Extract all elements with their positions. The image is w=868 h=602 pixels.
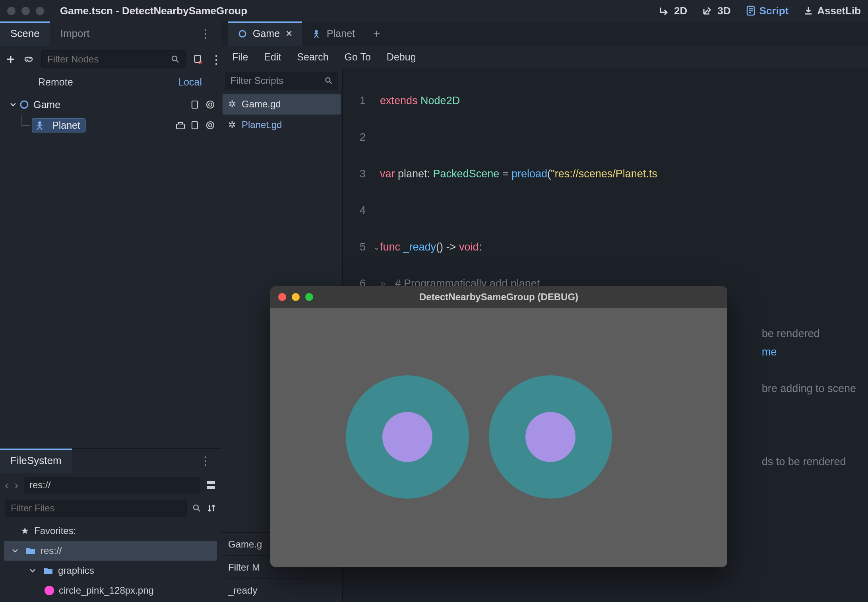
planet-sprite [346,375,469,499]
fs-favorites[interactable]: ★ Favorites: [4,521,217,541]
fold-icon[interactable]: ⌄ [373,238,380,256]
node2d-icon [238,29,247,39]
filesystem-path[interactable]: res:// [24,477,200,493]
instance-scene-icon[interactable] [176,121,185,130]
chevron-down-icon[interactable] [29,567,38,574]
svg-rect-3 [192,101,198,108]
filesystem-tree: ★ Favorites: res:// [0,519,221,602]
folder-icon [43,566,53,575]
dock-menu-icon[interactable]: ⋮ [194,454,217,468]
game-window-titlebar[interactable]: DetectNearbySameGroup (DEBUG) [270,286,727,308]
filesystem-filterbar [0,497,221,519]
menu-debug[interactable]: Debug [387,51,416,63]
window-controls [7,7,44,15]
scene-local[interactable]: Local [178,76,202,88]
star-icon: ★ [21,525,29,536]
script-icon [746,6,756,16]
planet-sprite [489,375,612,499]
traffic-max[interactable] [36,7,44,15]
workspace-3d[interactable]: 3D [702,5,730,17]
gear-icon: ✲ [228,99,236,110]
svg-point-16 [326,78,330,82]
svg-point-4 [209,103,212,106]
svg-point-13 [194,505,198,510]
script-open-icon[interactable] [191,100,200,109]
scene-toolbar: ⋮ [0,46,221,72]
script-menubar: File Edit Search Go To Debug [221,46,868,68]
title-bar: Game.tscn - DetectNearbySameGroup 2D 3D … [0,0,868,21]
workspace-assetlib[interactable]: AssetLib [804,5,861,17]
workspace-tabs: 2D 3D Script AssetLib [659,5,861,17]
search-icon [192,504,201,513]
gear-icon: ✲ [228,119,236,130]
workspace-script[interactable]: Script [746,5,789,17]
filter-nodes-field[interactable] [47,54,166,65]
menu-edit[interactable]: Edit [264,51,281,63]
sort-icon[interactable] [207,503,216,513]
fs-graphics-folder[interactable]: graphics [4,561,217,581]
visibility-icon[interactable] [205,100,215,109]
game-viewport [270,308,727,567]
svg-rect-11 [207,481,215,484]
filter-scripts-input[interactable]: Filter Scripts [225,72,338,90]
filesystem-pathbar: ‹ › res:// [0,473,221,497]
svg-rect-7 [176,124,184,129]
game-window-title: DetectNearbySameGroup (DEBUG) [270,291,727,303]
kebab-icon[interactable]: ⋮ [210,52,222,66]
members-ready[interactable]: _ready [221,579,342,602]
add-node-icon[interactable] [6,54,16,64]
filesystem-dock: FileSystem ⋮ ‹ › res:// [0,448,221,602]
menu-goto[interactable]: Go To [345,51,371,63]
tab-import[interactable]: Import [50,21,100,46]
svg-point-2 [21,101,28,108]
editor-tabs: Game ✕ Planet + [221,21,868,46]
tab-scene[interactable]: Scene [0,21,50,46]
arrow-3d-icon [702,6,713,16]
code-partial: be rendered [762,328,820,340]
editor-tab-planet[interactable]: Planet [302,21,364,46]
script-item-game[interactable]: ✲ Game.gd [223,94,341,115]
fs-res-root[interactable]: res:// [4,541,217,561]
close-icon[interactable]: ✕ [285,29,293,39]
arrow-2d-icon [659,6,670,16]
menu-file[interactable]: File [232,51,248,63]
chevron-down-icon[interactable] [12,548,21,554]
search-icon [171,55,180,64]
svg-rect-12 [207,486,215,489]
filter-nodes-input[interactable] [41,50,186,68]
game-debug-window[interactable]: DetectNearbySameGroup (DEBUG) [270,286,727,567]
scene-remote[interactable]: Remote [38,76,73,88]
view-mode-icon[interactable] [206,480,216,490]
fs-file-circlepink[interactable]: circle_pink_128px.png [4,581,217,600]
add-tab-icon[interactable]: + [364,27,389,41]
scene-script-clear-icon[interactable] [193,54,203,64]
characterbody2d-icon [312,29,321,39]
script-item-planet[interactable]: ✲ Planet.gd [223,115,341,135]
chevron-down-icon[interactable] [10,101,19,108]
scene-tree-planet[interactable]: Planet [15,115,218,136]
menu-search[interactable]: Search [297,51,328,63]
svg-point-0 [172,56,177,61]
nav-fwd-icon[interactable]: › [14,478,18,492]
script-open-icon[interactable] [191,121,200,130]
svg-point-5 [207,101,214,108]
scene-tree-root[interactable]: Game [7,94,218,115]
characterbody2d-icon [35,120,45,130]
file-thumbnail-icon [45,586,54,595]
workspace-2d[interactable]: 2D [659,5,687,17]
dock-menu-icon[interactable]: ⋮ [194,27,217,41]
code-partial: ds to be rendered [762,456,846,468]
editor-tab-game[interactable]: Game ✕ [228,21,302,46]
search-icon [325,77,333,85]
tab-filesystem[interactable]: FileSystem [0,449,72,473]
filter-files-input[interactable] [5,500,187,517]
visibility-icon[interactable] [205,121,215,130]
svg-point-10 [207,122,214,129]
traffic-close[interactable] [7,7,15,15]
svg-point-14 [239,31,246,37]
traffic-min[interactable] [21,7,30,15]
window-title: Game.tscn - DetectNearbySameGroup [60,5,247,17]
link-icon[interactable] [23,54,34,64]
tree-branch-icon [17,115,32,136]
nav-back-icon[interactable]: ‹ [5,478,9,492]
